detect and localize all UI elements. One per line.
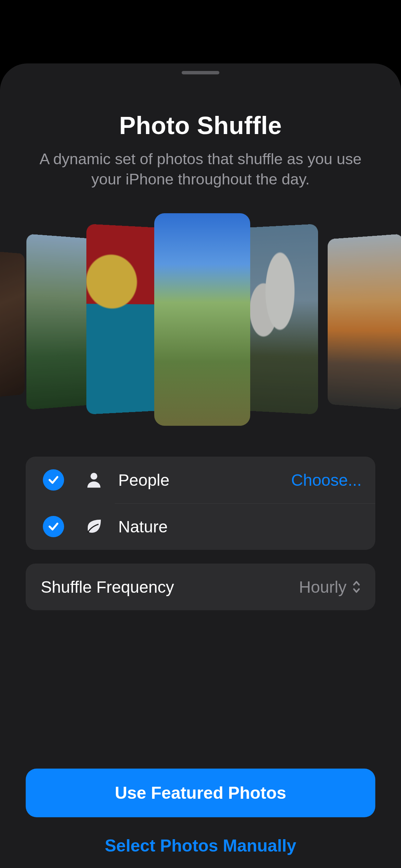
bottom-actions: Use Featured Photos Select Photos Manual… bbox=[26, 769, 375, 868]
sheet-grabber[interactable] bbox=[182, 71, 219, 74]
page-subtitle: A dynamic set of photos that shuffle as … bbox=[26, 149, 375, 189]
frequency-label: Shuffle Frequency bbox=[41, 578, 299, 596]
leaf-icon bbox=[85, 517, 103, 536]
frequency-value[interactable]: Hourly bbox=[299, 578, 362, 596]
svg-point-0 bbox=[90, 473, 97, 480]
photo-fan bbox=[26, 213, 375, 426]
category-row-people[interactable]: People Choose... bbox=[26, 457, 375, 503]
choose-button[interactable]: Choose... bbox=[291, 471, 362, 490]
checkmark-icon[interactable] bbox=[43, 469, 64, 491]
category-row-nature[interactable]: Nature bbox=[26, 503, 375, 550]
photo-thumbnail bbox=[0, 249, 25, 401]
category-label: People bbox=[118, 471, 291, 490]
category-label: Nature bbox=[118, 517, 362, 536]
frequency-value-text: Hourly bbox=[299, 578, 347, 596]
select-photos-manually-button[interactable]: Select Photos Manually bbox=[26, 823, 375, 868]
frequency-group: Shuffle Frequency Hourly bbox=[26, 564, 375, 610]
chevron-up-down-icon bbox=[351, 580, 362, 594]
photo-thumbnail-front bbox=[154, 213, 250, 426]
page-title: Photo Shuffle bbox=[26, 111, 375, 140]
photo-thumbnail bbox=[328, 234, 401, 410]
photo-shuffle-sheet: Photo Shuffle A dynamic set of photos th… bbox=[0, 63, 401, 868]
checkmark-icon[interactable] bbox=[43, 516, 64, 537]
category-list: People Choose... Nature bbox=[26, 457, 375, 550]
use-featured-photos-button[interactable]: Use Featured Photos bbox=[26, 769, 375, 817]
person-icon bbox=[85, 471, 103, 489]
shuffle-frequency-row[interactable]: Shuffle Frequency Hourly bbox=[26, 564, 375, 610]
